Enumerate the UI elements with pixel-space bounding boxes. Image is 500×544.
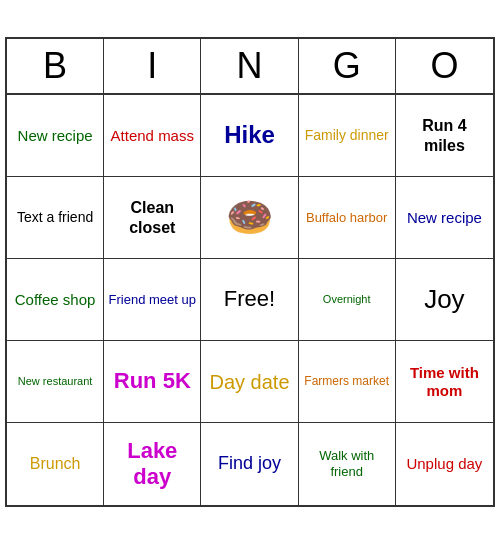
bingo-letter: O: [396, 39, 493, 93]
bingo-cell: Coffee shop: [7, 259, 104, 341]
bingo-cell: Free!: [201, 259, 298, 341]
bingo-letter: I: [104, 39, 201, 93]
bingo-cell: Brunch: [7, 423, 104, 505]
bingo-cell: Clean closet: [104, 177, 201, 259]
bingo-cell: Hike: [201, 95, 298, 177]
bingo-letter: G: [299, 39, 396, 93]
bingo-cell: Unplug day: [396, 423, 493, 505]
bingo-cell: Joy: [396, 259, 493, 341]
bingo-cell: Walk with friend: [299, 423, 396, 505]
bingo-cell: New recipe: [7, 95, 104, 177]
bingo-header: BINGO: [7, 39, 493, 95]
bingo-cell: Run 4 miles: [396, 95, 493, 177]
bingo-letter: B: [7, 39, 104, 93]
bingo-grid: New recipeAttend massHikeFamily dinnerRu…: [7, 95, 493, 505]
bingo-cell: Find joy: [201, 423, 298, 505]
bingo-cell: 🍩: [201, 177, 298, 259]
bingo-cell: Attend mass: [104, 95, 201, 177]
bingo-cell: Day date: [201, 341, 298, 423]
bingo-letter: N: [201, 39, 298, 93]
bingo-cell: Run 5K: [104, 341, 201, 423]
bingo-cell: Farmers market: [299, 341, 396, 423]
bingo-cell: Overnight: [299, 259, 396, 341]
bingo-cell: New recipe: [396, 177, 493, 259]
bingo-cell: Family dinner: [299, 95, 396, 177]
bingo-cell: Text a friend: [7, 177, 104, 259]
bingo-cell: Time with mom: [396, 341, 493, 423]
bingo-cell: Friend meet up: [104, 259, 201, 341]
bingo-card: BINGO New recipeAttend massHikeFamily di…: [5, 37, 495, 507]
bingo-cell: New restaurant: [7, 341, 104, 423]
bingo-cell: Buffalo harbor: [299, 177, 396, 259]
bingo-cell: Lake day: [104, 423, 201, 505]
